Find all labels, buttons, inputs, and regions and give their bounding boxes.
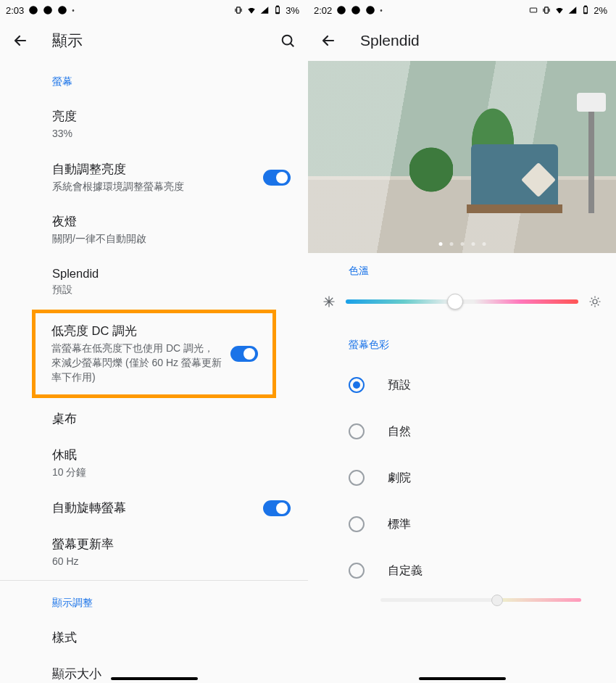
battery-percent: 3% xyxy=(286,5,299,16)
more-notifications-icon: • xyxy=(72,7,75,15)
sun-icon xyxy=(588,295,602,308)
item-title: 自動旋轉螢幕 xyxy=(52,500,254,516)
item-title: 低亮度 DC 調光 xyxy=(51,323,222,339)
status-time: 2:03 xyxy=(6,5,24,16)
svg-point-2 xyxy=(58,6,67,15)
toggle-auto-brightness[interactable] xyxy=(263,170,291,186)
svg-rect-15 xyxy=(584,13,587,14)
section-header-screen: 螢幕 xyxy=(0,61,308,99)
item-sub: 33% xyxy=(52,127,291,141)
wifi-icon xyxy=(246,5,257,15)
item-sub: 10 分鐘 xyxy=(52,465,291,480)
svg-point-7 xyxy=(283,36,292,45)
color-temp-slider[interactable] xyxy=(346,299,578,304)
svg-point-16 xyxy=(593,299,597,304)
radio-indicator[interactable] xyxy=(349,470,365,486)
item-title: 樣式 xyxy=(52,630,291,646)
item-title: 亮度 xyxy=(52,109,291,125)
back-button[interactable] xyxy=(12,32,29,49)
item-title: 休眠 xyxy=(52,447,291,463)
search-button[interactable] xyxy=(279,32,296,49)
preview-image[interactable] xyxy=(308,61,616,253)
wifi-icon xyxy=(554,5,565,15)
page-title: 顯示 xyxy=(52,30,83,51)
item-sub: 預設 xyxy=(52,283,291,297)
item-night-light[interactable]: 夜燈 關閉/一律不自動開啟 xyxy=(0,204,308,257)
slider-thumb[interactable] xyxy=(447,294,463,310)
signal-icon xyxy=(259,5,270,15)
radio-label: 標準 xyxy=(388,517,411,532)
plant-decor xyxy=(409,141,453,213)
custom-tint-slider[interactable] xyxy=(380,598,581,602)
item-sleep[interactable]: 休眠 10 分鐘 xyxy=(0,437,308,490)
battery-percent: 2% xyxy=(594,5,607,16)
svg-rect-3 xyxy=(237,7,241,13)
toggle-dc-dimming[interactable] xyxy=(230,346,258,362)
item-title: 螢幕更新率 xyxy=(52,537,291,552)
battery-icon xyxy=(272,5,283,15)
svg-point-10 xyxy=(366,6,375,15)
facebook-icon xyxy=(365,5,375,15)
left-screenshot: 2:03 • 3% 顯示 螢幕 亮度 33% xyxy=(0,0,308,683)
item-auto-rotate[interactable]: 自動旋轉螢幕 xyxy=(0,490,308,526)
app-bar: Splendid xyxy=(308,20,616,61)
radio-label: 劇院 xyxy=(388,471,411,486)
radio-cinema[interactable]: 劇院 xyxy=(308,455,616,501)
svg-point-8 xyxy=(337,6,346,15)
facebook-icon xyxy=(43,5,53,15)
facebook-icon xyxy=(351,5,361,15)
gesture-handle[interactable] xyxy=(111,677,198,680)
radio-indicator[interactable] xyxy=(349,423,365,439)
svg-point-0 xyxy=(29,6,38,15)
svg-rect-6 xyxy=(276,13,279,14)
toggle-auto-rotate[interactable] xyxy=(263,500,291,516)
item-title: 夜燈 xyxy=(52,214,291,230)
svg-rect-5 xyxy=(277,6,278,7)
radio-natural[interactable]: 自然 xyxy=(308,408,616,455)
item-brightness[interactable]: 亮度 33% xyxy=(0,99,308,152)
battery-icon xyxy=(580,5,591,15)
radio-standard[interactable]: 標準 xyxy=(308,501,616,547)
section-header-screen-color: 螢幕色彩 xyxy=(308,321,616,362)
page-indicator xyxy=(438,242,486,246)
item-sub: 關閉/一律不自動開啟 xyxy=(52,232,291,247)
messenger-icon xyxy=(336,5,346,15)
item-wallpaper[interactable]: 桌布 xyxy=(0,401,308,437)
slider-thumb[interactable] xyxy=(491,595,503,606)
messenger-icon xyxy=(28,5,38,15)
radio-custom[interactable]: 自定義 xyxy=(308,547,616,594)
item-style[interactable]: 樣式 xyxy=(0,620,308,656)
vibrate-icon xyxy=(541,5,552,15)
vibrate-icon xyxy=(233,5,244,15)
radio-preset[interactable]: 預設 xyxy=(308,362,616,408)
status-bar: 2:02 • 2% xyxy=(308,0,616,20)
signal-icon xyxy=(567,5,578,15)
item-sub: 系統會根據環境調整螢幕亮度 xyxy=(52,180,254,194)
radio-indicator[interactable] xyxy=(349,516,365,532)
svg-point-9 xyxy=(351,6,360,15)
radio-indicator[interactable] xyxy=(349,563,365,579)
back-button[interactable] xyxy=(320,32,337,49)
page-title: Splendid xyxy=(360,32,420,49)
svg-point-1 xyxy=(43,6,52,15)
more-notifications-icon: • xyxy=(380,7,383,15)
item-auto-brightness[interactable]: 自動調整亮度 系統會根據環境調整螢幕亮度 xyxy=(0,152,308,204)
item-dc-dimming[interactable]: 低亮度 DC 調光 當螢幕在低亮度下也使用 DC 調光，來減少螢幕閃爍 (僅於 … xyxy=(36,313,272,394)
item-sub: 60 Hz xyxy=(52,555,291,569)
radio-label: 自然 xyxy=(388,424,411,439)
radio-indicator[interactable] xyxy=(349,377,365,393)
item-refresh-rate[interactable]: 螢幕更新率 60 Hz xyxy=(0,526,308,579)
radio-label: 自定義 xyxy=(388,563,423,579)
item-title: Splendid xyxy=(52,267,291,281)
svg-rect-14 xyxy=(585,6,586,7)
color-temp-slider-row xyxy=(308,282,616,321)
right-screenshot: 2:02 • 2% Splendid 色溫 xyxy=(308,0,616,683)
gesture-handle[interactable] xyxy=(419,677,506,680)
snowflake-icon xyxy=(322,295,336,308)
app-bar: 顯示 xyxy=(0,20,308,61)
svg-rect-11 xyxy=(530,8,537,12)
item-title: 顯示大小 xyxy=(52,666,291,682)
lamp-decor xyxy=(588,112,594,213)
nfc-icon xyxy=(528,5,538,15)
item-splendid[interactable]: Splendid 預設 xyxy=(0,257,308,307)
